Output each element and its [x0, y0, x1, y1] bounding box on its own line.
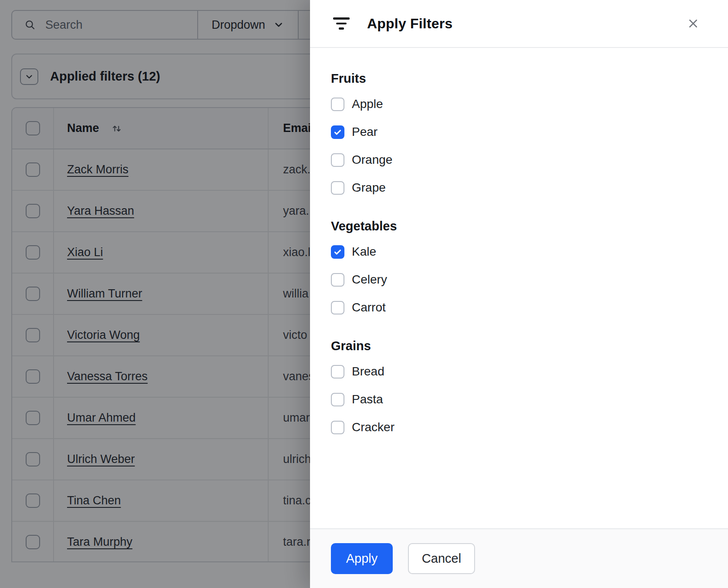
app-root: Dropdown Applied filters (12) N	[0, 0, 728, 588]
option-label: Cracker	[352, 420, 394, 434]
checkbox[interactable]	[331, 421, 344, 434]
close-button[interactable]	[684, 14, 703, 33]
filter-option[interactable]: Grape	[331, 174, 711, 202]
filter-option[interactable]: Pasta	[331, 385, 711, 413]
option-label: Apple	[352, 97, 383, 111]
option-label: Grape	[352, 181, 386, 195]
drawer-body: Fruits Apple Pear Or	[310, 48, 728, 528]
filter-option[interactable]: Celery	[331, 266, 711, 294]
checkbox[interactable]	[331, 181, 344, 195]
check-icon	[333, 247, 342, 257]
option-label: Pear	[352, 125, 377, 139]
filter-option[interactable]: Orange	[331, 146, 711, 174]
check-icon	[333, 128, 342, 137]
filter-option[interactable]: Carrot	[331, 294, 711, 321]
filter-section-vegetables: Vegetables Kale Celery	[331, 218, 711, 321]
filter-section-grains: Grains Bread Pasta C	[331, 338, 711, 441]
cancel-button[interactable]: Cancel	[408, 543, 475, 574]
checkbox[interactable]	[331, 125, 344, 139]
filter-option[interactable]: Cracker	[331, 413, 711, 441]
apply-filters-drawer: Apply Filters Fruits Apple	[310, 0, 728, 588]
checkbox[interactable]	[331, 393, 344, 406]
filter-option[interactable]: Bread	[331, 358, 711, 385]
section-heading: Grains	[331, 338, 711, 354]
option-label: Pasta	[352, 392, 383, 406]
option-label: Carrot	[352, 301, 386, 314]
checkbox[interactable]	[331, 98, 344, 111]
filter-option[interactable]: Pear	[331, 118, 711, 146]
apply-button[interactable]: Apply	[331, 543, 393, 574]
drawer-footer: Apply Cancel	[310, 528, 728, 588]
filter-option[interactable]: Kale	[331, 238, 711, 266]
option-label: Bread	[352, 365, 384, 378]
filter-option[interactable]: Apple	[331, 90, 711, 118]
checkbox[interactable]	[331, 153, 344, 167]
filter-section-fruits: Fruits Apple Pear Or	[331, 71, 711, 202]
option-label: Celery	[352, 273, 387, 287]
option-label: Kale	[352, 245, 376, 259]
drawer-title: Apply Filters	[367, 16, 452, 32]
checkbox[interactable]	[331, 273, 344, 287]
option-label: Orange	[352, 153, 392, 167]
section-heading: Fruits	[331, 71, 711, 86]
checkbox[interactable]	[331, 365, 344, 378]
checkbox[interactable]	[331, 301, 344, 314]
drawer-header: Apply Filters	[310, 0, 728, 48]
section-heading: Vegetables	[331, 218, 711, 234]
checkbox[interactable]	[331, 245, 344, 259]
filter-lines-icon	[333, 17, 350, 30]
close-icon	[686, 17, 700, 30]
